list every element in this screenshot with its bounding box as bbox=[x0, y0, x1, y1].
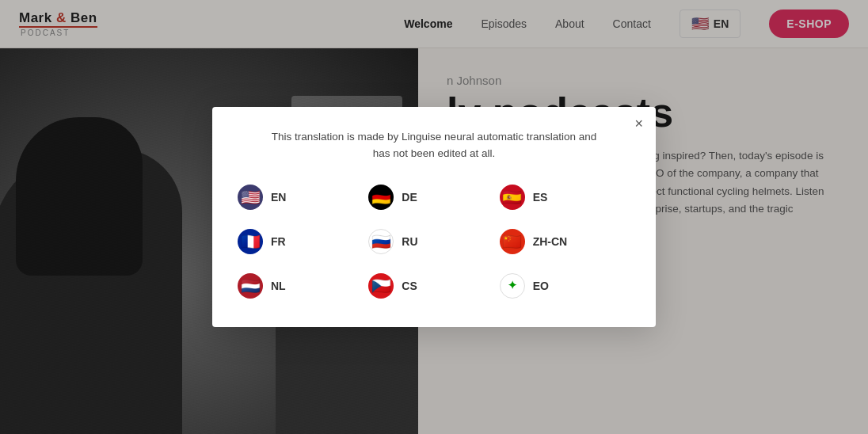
flag-fr: 🇫🇷 bbox=[238, 229, 263, 254]
modal-close-button[interactable]: × bbox=[634, 116, 643, 131]
flag-nl: 🇳🇱 bbox=[238, 273, 263, 299]
flag-ru: 🇷🇺 bbox=[368, 229, 394, 254]
lang-label-nl: NL bbox=[271, 280, 286, 292]
modal-description: This translation is made by Linguise neu… bbox=[268, 129, 600, 162]
lang-option-fr[interactable]: 🇫🇷 FR bbox=[238, 226, 368, 257]
lang-label-de: DE bbox=[402, 191, 417, 204]
lang-label-cs: CS bbox=[402, 280, 417, 292]
lang-label-eo: EO bbox=[533, 280, 549, 292]
lang-label-ru: RU bbox=[402, 235, 417, 248]
lang-option-eo[interactable]: ✦ EO bbox=[500, 270, 630, 302]
flag-es: 🇪🇸 bbox=[500, 185, 525, 210]
language-grid: 🇺🇸 EN 🇩🇪 DE 🇪🇸 ES 🇫🇷 FR 🇷🇺 RU bbox=[238, 181, 630, 302]
lang-label-en: EN bbox=[271, 191, 286, 204]
flag-us: 🇺🇸 bbox=[238, 185, 263, 210]
lang-option-de[interactable]: 🇩🇪 DE bbox=[368, 181, 499, 213]
flag-cn: 🇨🇳 bbox=[500, 229, 525, 254]
language-modal: × This translation is made by Linguise n… bbox=[212, 107, 656, 327]
lang-option-en[interactable]: 🇺🇸 EN bbox=[238, 181, 368, 213]
lang-option-nl[interactable]: 🇳🇱 NL bbox=[238, 270, 368, 302]
lang-option-cs[interactable]: 🇨🇿 CS bbox=[368, 270, 499, 302]
modal-overlay: × This translation is made by Linguise n… bbox=[0, 0, 868, 434]
lang-option-zh-cn[interactable]: 🇨🇳 ZH-CN bbox=[500, 226, 630, 257]
lang-label-zh-cn: ZH-CN bbox=[533, 235, 568, 248]
lang-option-ru[interactable]: 🇷🇺 RU bbox=[368, 226, 499, 257]
lang-label-es: ES bbox=[533, 191, 548, 204]
lang-option-es[interactable]: 🇪🇸 ES bbox=[500, 181, 630, 213]
flag-eo: ✦ bbox=[500, 273, 525, 299]
lang-label-fr: FR bbox=[271, 235, 286, 248]
flag-cs: 🇨🇿 bbox=[368, 273, 394, 299]
flag-de: 🇩🇪 bbox=[368, 185, 394, 210]
